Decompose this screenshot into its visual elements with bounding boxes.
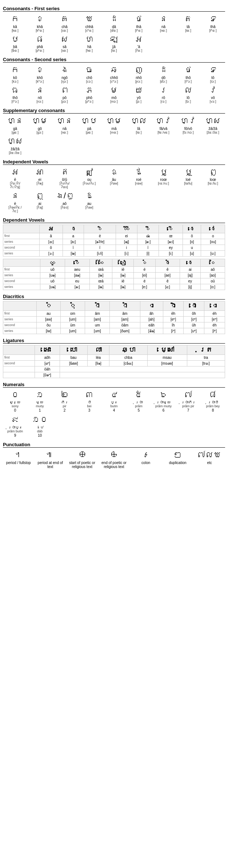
numeral-cell: ៧ ប្រាំពីរ prâm pir 7 [176, 389, 200, 413]
dep-vowel-cell: é [134, 266, 156, 272]
dependent-vowels-section: Dependent Vowels អ ◌ា ◌ិ ◌ី◌ី ◌ឹ ◌ើ ◌ោ ◌… [3, 217, 225, 290]
diac-ipa: [iw] [37, 328, 60, 334]
dep-vowel-ipa: [iː/i] [84, 250, 116, 256]
col-header-vb8: ◌ៃ [201, 259, 225, 266]
consonant-cell: ធ thô [tʰɔː] [3, 84, 27, 104]
dep-vowel-ipa: [iː] [159, 250, 183, 256]
diac-ipa: [um] [60, 328, 85, 334]
dep-vowel-ipa: [aː] [63, 239, 84, 245]
punct-cell: ៕ period at end of text [35, 449, 66, 469]
dep-vowel-cell: ê [155, 278, 180, 284]
dep-vowel-ipa: [eː] [134, 284, 156, 290]
dep-vowel-cell: â [39, 233, 63, 239]
dep-vowel-cell: ei [116, 233, 137, 239]
numeral-cell: ៦ ប្រាំមួយ prâm muöy 6 [151, 389, 176, 413]
dep-vowel-ipa: [ei] [134, 272, 156, 278]
supp-cell: ហ្ប pâ [pɑː] [77, 115, 101, 135]
diac-ipa: [um] [85, 328, 110, 334]
row-label-first: first [3, 233, 40, 239]
supp-cell: ហ្វ fâ/vâ [fɑː/vɑː] [151, 115, 176, 135]
row-label-first2: first [3, 266, 40, 272]
punct-cell: ᪡ end of poetic or religious text [99, 449, 130, 469]
consonant-cell: ថ thâ [tʰɑː] [127, 13, 151, 33]
dep-vowel-ipa: [iə] [89, 284, 112, 290]
consonants-second-grid: ក kô [kɔː] ខ khô [kʰɔː] ង ngô [ŋɔː] ច ch… [3, 64, 225, 104]
dep-vowel-cell: aeu [65, 266, 89, 272]
lig-ipa: [msɑw] [147, 360, 187, 366]
supp-cell: ហ្ស žâ/žâ [žɑː/žɑː] [3, 135, 27, 155]
row-label-first-series: series [3, 239, 40, 245]
dep-vowel-cell: ê [155, 266, 180, 272]
consonant-cell: ភ phô [pʰɔː] [77, 84, 101, 104]
dep-vowel-ipa: [ae] [155, 272, 180, 278]
numerals-grid: ០ សូន្យ sony 0 ១ មួយ muöy 1 ២ ពីរ pir 2 … [3, 389, 225, 413]
dep-vowel-ipa: [əʔ/e] [84, 239, 116, 245]
diac-col5: ◌ះ [140, 301, 163, 310]
diac-ipa: [oʰ] [184, 316, 204, 322]
consonant-cell: ព pô [pɔː] [52, 84, 77, 104]
consonant-cell: ប bâ [ɓɑː] [3, 33, 27, 53]
numeral-cell: ១ មួយ muöy 1 [28, 389, 52, 413]
lig-ipa: [ɓaw] [60, 360, 87, 366]
diac-row-second-series: series [3, 328, 37, 334]
diac-ipa: [ẽə] [140, 328, 163, 334]
diac-val: eâh [140, 322, 163, 328]
dep-vowel-cell: o [201, 233, 225, 239]
dep-vowel-cell: a [63, 233, 84, 239]
lig-ipa: [liə] [87, 360, 109, 366]
dep-vowel-cell: oû [201, 278, 225, 284]
row-label-first2-series: series [3, 272, 40, 278]
row-label-second-series: series [3, 250, 40, 256]
lig-val: bau [60, 354, 87, 360]
diac-ipa: [iʰ] [163, 328, 184, 334]
diac-val: ēh [163, 310, 184, 316]
supp-cell: ហ្ស žâ/žâ [žɑː/žɑː] [201, 115, 225, 135]
vowel-cell: ន è [ʔɑe/ʔɛː/ ʔɛː] [3, 190, 27, 214]
dep-vowel-cell: u [183, 245, 201, 250]
dep-vowel-cell: ô [183, 233, 201, 239]
col-header-v2: ◌ិ [84, 225, 116, 233]
vowel-cell: ឤ ei [ʔəj] [28, 166, 52, 190]
supplementary-grid: ហ្ន gâ [gɑː] ហ្ម gô [gɔː] ហ្ន nâ [nɑː] ហ… [3, 115, 225, 155]
dep-vowel-ipa: [i] [137, 250, 159, 256]
dependent-vowels-table2: ◌ុ◌ូ ◌ើ ◌ែ◌ែ ◌ែ◌ៀ ◌ំ ◌ាំ ◌ោ ◌ៃ first uô … [3, 259, 225, 290]
diacritics-title: Diacritics [3, 294, 225, 300]
lig-row-second: second [3, 360, 35, 366]
consonant-cell: ស sâ [sɑː] [52, 33, 77, 53]
numeral-cell: ៣ បី bei 3 [77, 389, 101, 413]
col-header-empty2 [3, 259, 40, 266]
punctuation-grid: ។ period / fullstop ៕ period at end of t… [3, 449, 225, 469]
dep-vowel-cell: œ̈ [137, 233, 159, 239]
row-label-second: second [3, 245, 40, 250]
consonant-cell: ផ phâ [pʰɑː] [28, 33, 52, 53]
ligatures-title: Ligatures [3, 338, 225, 344]
consonant-cell: ន nâ [nɑː] [151, 13, 176, 33]
consonant-cell: ម mô [mɔː] [102, 84, 126, 104]
dep-vowel-cell: œā [89, 266, 112, 272]
dep-vowel-cell: eu [65, 278, 89, 284]
diacritics-section: Diacritics ◌ំ ◌ុំ ◌ាំ ◌ាំ ◌ះ ◌ិះ ◌ោះ ◌េះ… [3, 294, 225, 334]
dep-vowel-ipa: [uː] [201, 250, 225, 256]
supplementary-section: Supplementary consonants ហ្ន gâ [gɑː] ហ្… [3, 108, 225, 155]
lig-extra-empty [60, 366, 225, 372]
dep-vowel-cell: i [116, 245, 137, 250]
diac-val: âm [110, 310, 140, 316]
consonant-cell: ត tâ [tɑː] [176, 13, 200, 33]
ligatures-table: អោះ បោ លា ឆ្បា ម្សៅ ត្រ first aôh bau lé… [3, 345, 225, 378]
col-header-v1: ◌ា [63, 225, 84, 233]
dep-vowel-cell: ô [39, 245, 63, 250]
diac-val: au [37, 310, 60, 316]
col-header-empty [3, 225, 40, 233]
diac-ipa: [uʰ] [184, 328, 204, 334]
numeral-cell: ៤ បួន buön 4 [102, 389, 126, 413]
punctuation-title: Punctuation [3, 442, 225, 448]
consonant-cell: ង ngô [ŋɔː] [52, 64, 77, 84]
col-header-vb7: ◌ោ [180, 259, 200, 266]
dep-vowel-ipa: [əː] [65, 284, 89, 290]
diac-ipa: [am] [110, 316, 140, 322]
consonants-second-title: Consonants - Second series [3, 57, 225, 63]
dependent-vowels-table: អ ◌ា ◌ិ ◌ី◌ី ◌ឹ ◌ើ ◌ោ ◌ៅ first â a ë ei … [3, 225, 225, 257]
vowel-cell: ឮ ai [ʔaj] [28, 190, 52, 214]
dep-vowel-cell: ī [137, 245, 159, 250]
diac-val: um [85, 322, 110, 328]
